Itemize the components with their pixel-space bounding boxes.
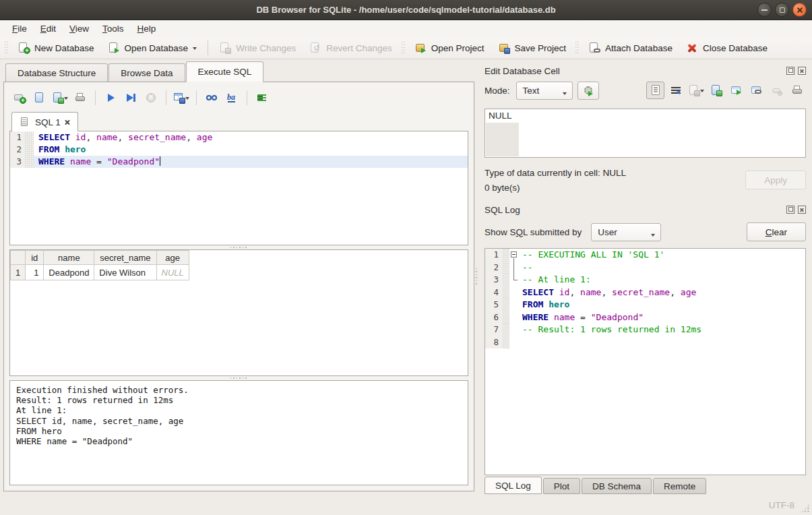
code-line: -- EXECUTING ALL IN 'SQL 1' <box>521 249 805 262</box>
menu-bar: FileEditViewToolsHelp <box>0 20 812 37</box>
cell-export-icon <box>710 84 722 96</box>
fold-vline-icon[interactable] <box>509 262 521 274</box>
token-str: "Deadpond" <box>591 312 644 322</box>
cell-name[interactable]: Deadpond <box>44 265 94 280</box>
tab-execute-sql[interactable]: Execute SQL <box>186 61 264 82</box>
close-button[interactable] <box>792 3 807 17</box>
column-header-secret-name[interactable]: secret_name <box>94 251 156 265</box>
menu-file[interactable]: File <box>5 22 34 36</box>
export-data-button[interactable] <box>707 82 725 99</box>
splitter-handle[interactable] <box>9 376 468 380</box>
clear-log-button[interactable]: Clear <box>747 222 806 241</box>
splitter-handle[interactable] <box>9 245 468 249</box>
copy-cell-link-button[interactable] <box>747 82 766 99</box>
save-project-button[interactable]: Save Project <box>492 39 573 57</box>
sqlfile-icon <box>19 116 31 128</box>
column-header-name[interactable]: name <box>44 251 94 265</box>
open-database-button[interactable]: Open Database <box>102 39 204 57</box>
code-line[interactable]: SELECT id, name, secret_name, age <box>34 131 468 144</box>
resize-grip[interactable] <box>801 504 810 513</box>
table-row: 11DeadpondDive WilsonNULL <box>11 265 189 280</box>
save-sql-file-button[interactable] <box>51 90 69 106</box>
vertical-splitter[interactable] <box>474 59 478 495</box>
token-id: secret_name <box>128 132 186 142</box>
bottom-tab-sql-log[interactable]: SQL Log <box>485 477 542 494</box>
auto-switch-mode-button[interactable] <box>577 82 599 100</box>
maximize-button[interactable] <box>775 3 789 17</box>
token-id: id <box>559 287 570 297</box>
sql-editor[interactable]: 1SELECT id, name, secret_name, age2FROM … <box>9 131 468 245</box>
close-database-button[interactable]: Close Database <box>680 39 774 57</box>
toolbar-grip <box>575 41 580 55</box>
bottom-tab-plot[interactable]: Plot <box>543 478 580 494</box>
close-tab-icon[interactable] <box>65 119 71 125</box>
menu-edit[interactable]: Edit <box>34 22 63 36</box>
play-next-icon <box>125 92 137 104</box>
token-kw: FROM <box>522 299 543 309</box>
cell-editor[interactable]: NULL <box>485 109 806 158</box>
toolbar-grip <box>401 41 406 55</box>
close-panel-icon[interactable] <box>798 67 806 75</box>
bottom-tab-db-schema[interactable]: DB Schema <box>582 478 652 494</box>
revert-changes-button: Revert Changes <box>303 39 398 57</box>
code-line <box>521 336 805 349</box>
new-database-button[interactable]: New Database <box>11 39 100 57</box>
token-id: name <box>580 287 601 297</box>
bottom-tab-remote[interactable]: Remote <box>653 478 706 494</box>
print-sql-button[interactable] <box>71 90 89 106</box>
close-icon <box>800 69 805 73</box>
open-sql-file-button[interactable] <box>31 90 49 106</box>
open-project-button[interactable]: Open Project <box>408 39 491 57</box>
find-icon <box>206 92 218 104</box>
results-table: idnamesecret_nameage11DeadpondDive Wilso… <box>10 250 189 280</box>
float-panel-icon[interactable] <box>786 206 794 214</box>
code-line[interactable]: FROM hero <box>34 144 468 156</box>
sql-open-icon <box>34 92 46 104</box>
fold-margin <box>503 262 509 274</box>
toolbar-grip <box>4 41 9 55</box>
save-results-button[interactable] <box>173 90 190 106</box>
sql-log-view[interactable]: 1-- EXECUTING ALL IN 'SQL 1'2--3-- At li… <box>485 248 806 475</box>
sql-editor-tab[interactable]: SQL 1 <box>11 112 78 131</box>
auto-format-button[interactable] <box>253 90 271 106</box>
editor-line: 2FROM hero <box>10 144 468 156</box>
log-filter-select[interactable]: User <box>591 223 661 241</box>
execute-all-button[interactable] <box>102 90 119 106</box>
fold-boxminus-icon[interactable] <box>509 249 521 262</box>
find-button[interactable] <box>203 90 220 106</box>
print-icon <box>74 92 86 104</box>
text-view-button[interactable] <box>646 82 664 99</box>
code-line[interactable]: WHERE name = "Deadpond" <box>34 156 468 168</box>
minimize-button[interactable] <box>757 3 772 17</box>
execute-current-line-button[interactable] <box>122 90 139 106</box>
tab-database-structure[interactable]: Database Structure <box>5 63 108 82</box>
column-header-id[interactable]: id <box>26 251 44 265</box>
menu-tools[interactable]: Tools <box>96 22 131 36</box>
cell-id[interactable]: 1 <box>26 265 44 280</box>
fold-corner-icon[interactable] <box>509 274 521 286</box>
cell-secret-name[interactable]: Dive Wilson <box>94 265 156 280</box>
find-replace-button[interactable] <box>223 90 241 106</box>
editor-line: 3WHERE name = "Deadpond" <box>10 156 468 168</box>
chevron-down-icon <box>651 234 655 239</box>
open-external-button[interactable] <box>727 82 745 99</box>
encoding-indicator[interactable]: UTF-8 <box>769 500 794 510</box>
mode-select[interactable]: Text <box>516 82 573 100</box>
row-number[interactable]: 1 <box>11 265 26 280</box>
apply-button[interactable]: Apply <box>745 171 806 189</box>
new-sql-tab-button[interactable] <box>11 90 28 106</box>
db-open-icon <box>108 42 120 54</box>
log-line: 5FROM hero <box>485 299 805 311</box>
print-cell-button[interactable] <box>788 82 806 99</box>
cell-age[interactable]: NULL <box>156 265 189 280</box>
tab-browse-data[interactable]: Browse Data <box>108 63 185 82</box>
close-panel-icon[interactable] <box>798 206 806 214</box>
results-save-icon <box>173 92 185 104</box>
column-header-age[interactable]: age <box>156 251 189 265</box>
menu-help[interactable]: Help <box>131 22 163 36</box>
line-number: 5 <box>485 299 503 311</box>
menu-view[interactable]: View <box>63 22 96 36</box>
float-panel-icon[interactable] <box>786 67 794 75</box>
attach-database-button[interactable]: Attach Database <box>582 39 679 57</box>
word-wrap-button[interactable] <box>666 82 685 99</box>
